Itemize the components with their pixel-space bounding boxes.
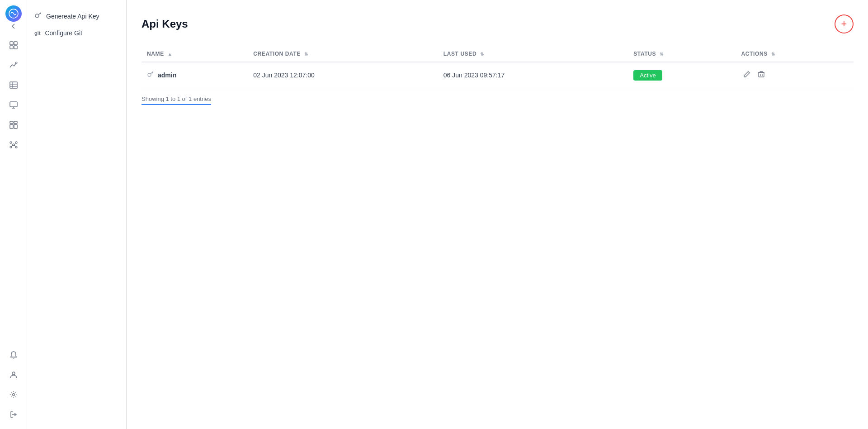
svg-point-26: [12, 372, 15, 375]
svg-point-21: [15, 146, 17, 148]
creation-date-sort-icon[interactable]: ⇅: [304, 52, 308, 57]
svg-point-29: [35, 14, 39, 18]
sidebar: [0, 0, 27, 429]
svg-line-25: [14, 145, 16, 147]
generate-api-key-item[interactable]: Genereate Api Key: [27, 7, 126, 25]
edit-button[interactable]: [741, 69, 752, 81]
svg-line-23: [14, 143, 16, 145]
app-logo[interactable]: [5, 5, 22, 22]
api-keys-table: NAME ▲ CREATION DATE ⇅ LAST USED ⇅ STATU…: [142, 46, 854, 88]
svg-point-18: [10, 142, 12, 143]
last-used-sort-icon[interactable]: ⇅: [480, 52, 484, 57]
key-icon: [147, 71, 154, 80]
name-sort-icon[interactable]: ▲: [168, 52, 173, 57]
svg-rect-1: [10, 42, 13, 45]
creation-date-cell: 02 Jun 2023 12:07:00: [248, 62, 438, 88]
settings-icon[interactable]: [5, 386, 23, 404]
svg-rect-16: [14, 124, 17, 129]
status-badge: Active: [633, 70, 662, 81]
api-keys-table-container: NAME ▲ CREATION DATE ⇅ LAST USED ⇅ STATU…: [142, 46, 854, 105]
svg-point-20: [10, 146, 12, 148]
svg-rect-4: [14, 46, 17, 49]
col-creation-date: CREATION DATE ⇅: [248, 46, 438, 62]
git-icon: git: [34, 30, 40, 36]
dashboard-icon[interactable]: [5, 36, 23, 54]
table-row: admin 02 Jun 2023 12:07:00 06 Jun 2023 0…: [142, 62, 854, 88]
svg-rect-35: [759, 72, 764, 77]
svg-rect-10: [10, 102, 17, 107]
sidebar-nav: [5, 36, 23, 346]
entries-text: Showing 1 to 1 of 1 entries: [142, 95, 211, 105]
name-cell: admin: [142, 62, 248, 88]
table-header: NAME ▲ CREATION DATE ⇅ LAST USED ⇅ STATU…: [142, 46, 854, 62]
svg-line-34: [152, 73, 153, 74]
configure-git-item[interactable]: git Configure Git: [27, 25, 126, 41]
api-key-name: admin: [158, 72, 176, 79]
table-body: admin 02 Jun 2023 12:07:00 06 Jun 2023 0…: [142, 62, 854, 88]
user-profile-icon[interactable]: [5, 366, 23, 384]
svg-line-33: [152, 72, 153, 73]
svg-point-17: [13, 144, 14, 146]
actions-cell: [736, 62, 854, 88]
page-header: Api Keys +: [142, 14, 854, 33]
svg-line-31: [40, 13, 41, 14]
sub-sidebar: Genereate Api Key git Configure Git: [27, 0, 127, 429]
svg-rect-14: [14, 121, 17, 124]
table-icon[interactable]: [5, 76, 23, 94]
main-content: Api Keys + NAME ▲ CREATION DATE ⇅ LAST U…: [127, 0, 868, 429]
svg-point-19: [15, 142, 17, 143]
network-icon[interactable]: [5, 136, 23, 154]
svg-rect-15: [10, 124, 13, 129]
logout-icon[interactable]: [5, 405, 23, 424]
api-key-icon: [34, 12, 42, 20]
svg-line-24: [11, 145, 13, 147]
svg-line-22: [11, 143, 13, 145]
sidebar-bottom: [5, 346, 23, 424]
page-title: Api Keys: [142, 18, 188, 30]
col-last-used: LAST USED ⇅: [438, 46, 628, 62]
widgets-icon[interactable]: [5, 116, 23, 134]
analytics-icon[interactable]: [5, 56, 23, 74]
delete-button[interactable]: [756, 69, 767, 81]
notification-icon[interactable]: [5, 346, 23, 364]
actions-sort-icon[interactable]: ⇅: [771, 52, 775, 57]
svg-rect-6: [10, 82, 17, 88]
status-cell: Active: [628, 62, 736, 88]
svg-point-32: [148, 73, 151, 76]
svg-line-30: [40, 14, 40, 14]
col-status: STATUS ⇅: [628, 46, 736, 62]
col-actions: ACTIONS ⇅: [736, 46, 854, 62]
svg-point-27: [12, 394, 14, 396]
svg-rect-3: [10, 46, 13, 49]
add-api-key-button[interactable]: +: [835, 14, 854, 33]
svg-rect-13: [10, 121, 13, 124]
configure-git-label: Configure Git: [45, 29, 82, 37]
monitor-icon[interactable]: [5, 96, 23, 114]
last-used-cell: 06 Jun 2023 09:57:17: [438, 62, 628, 88]
generate-api-key-label: Genereate Api Key: [46, 13, 99, 20]
svg-rect-2: [14, 42, 17, 45]
col-name: NAME ▲: [142, 46, 248, 62]
status-sort-icon[interactable]: ⇅: [660, 52, 664, 57]
collapse-sidebar-button[interactable]: [9, 22, 18, 31]
